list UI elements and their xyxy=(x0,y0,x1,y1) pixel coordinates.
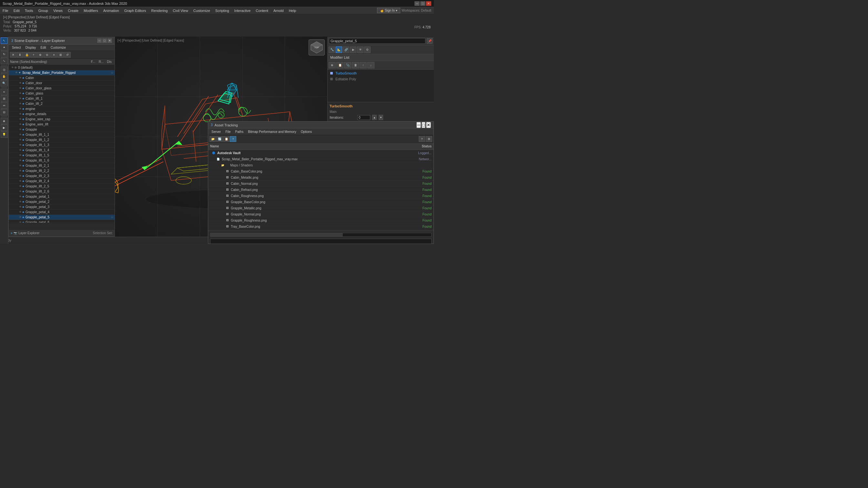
se-item-22[interactable]: 👁◈Grapple_lift_2_4 xyxy=(9,179,115,184)
se-item-15[interactable]: 👁◈Grapple_lift_1_3 xyxy=(9,142,115,148)
se-tool-collapse[interactable]: ⊖ xyxy=(44,52,50,58)
rp-icon-modify[interactable]: 📐 xyxy=(336,46,342,53)
se-item-7[interactable]: 👁◈Cabin_lift_2 xyxy=(9,101,115,106)
menu-modifiers[interactable]: Modifiers xyxy=(81,7,101,14)
sign-in-button[interactable]: 🧑 Sign In ▾ xyxy=(377,8,400,13)
rp-pin-btn[interactable]: 📌 xyxy=(427,38,433,44)
at-tool-refresh[interactable]: 🔃 xyxy=(216,136,223,142)
mirror-btn[interactable]: ⇔ xyxy=(1,102,8,109)
snap-btn[interactable]: ⊞ xyxy=(1,95,8,102)
at-tool-folder[interactable]: 📁 xyxy=(210,136,216,142)
at-row-11[interactable]: 🖼Grapple_Roughness.pngFound xyxy=(208,217,434,224)
se-item-6[interactable]: 👁◈Cabin_lift_1 xyxy=(9,96,115,101)
move-tool-btn[interactable]: ✦ xyxy=(1,44,8,51)
menu-rendering[interactable]: Rendering xyxy=(149,7,170,14)
ts-iterations-input[interactable]: 0 xyxy=(357,115,370,120)
se-menu-edit[interactable]: Edit xyxy=(39,45,48,50)
se-maximize-btn[interactable]: □ xyxy=(102,38,107,43)
se-item-5[interactable]: 👁◈Cabin_glass xyxy=(9,91,115,96)
se-item-3[interactable]: 👁◈Cabin_door xyxy=(9,80,115,86)
at-row-13[interactable]: 🖼Tray_Metallic.pngFound xyxy=(208,230,434,230)
menu-create[interactable]: Create xyxy=(65,7,81,14)
navigation-cube[interactable]: TOP xyxy=(309,39,325,56)
se-item-16[interactable]: 👁◈Grapple_lift_1_4 xyxy=(9,148,115,153)
se-item-2[interactable]: 👁◈Cabin xyxy=(9,75,115,80)
align-btn[interactable]: ⊟ xyxy=(1,109,8,116)
menu-arnold[interactable]: Arnold xyxy=(271,7,286,14)
ts-iterations-down[interactable]: ▼ xyxy=(379,115,383,120)
at-menu-options[interactable]: Options xyxy=(299,129,314,134)
mod-delete-btn[interactable]: 🗑 xyxy=(352,62,359,68)
orbit-btn[interactable]: ◎ xyxy=(1,66,8,73)
menu-views[interactable]: Views xyxy=(51,7,65,14)
at-minimize-btn[interactable]: ─ xyxy=(416,122,421,128)
se-item-24[interactable]: 👁◈Grapple_lift_2_6 xyxy=(9,189,115,194)
menu-file[interactable]: File xyxy=(0,7,11,14)
at-row-6[interactable]: 🖼Cabin_Refract.pngFound xyxy=(208,187,434,193)
se-item-29[interactable]: 👁◈Grapple_petal_5⊟ xyxy=(9,215,115,220)
at-input-bar[interactable] xyxy=(210,239,432,244)
scale-tool-btn[interactable]: ⤡ xyxy=(1,58,8,64)
select-tool-btn[interactable]: ↖ xyxy=(1,37,8,44)
se-tool-add[interactable]: + xyxy=(30,52,37,58)
se-close-btn[interactable]: ✕ xyxy=(107,38,112,43)
at-row-4[interactable]: 🖼Cabin_Metallic.pngFound xyxy=(208,174,434,181)
at-menu-paths[interactable]: Paths xyxy=(234,129,246,134)
at-menu-bitmap[interactable]: Bitmap Performance and Memory xyxy=(246,129,298,134)
se-tool-close[interactable]: ✕ xyxy=(10,52,17,58)
at-row-0[interactable]: 🔵Autodesk VaultLogged... xyxy=(208,150,434,156)
se-item-12[interactable]: 👁◈Grapple xyxy=(9,127,115,132)
layer-btn[interactable]: ≡ xyxy=(1,89,8,95)
at-tool-help[interactable]: ? xyxy=(418,136,425,142)
se-tool-refresh[interactable]: ↺ xyxy=(64,52,71,58)
at-row-12[interactable]: 🖼Tray_BaseColor.pngFound xyxy=(208,224,434,230)
zoom-btn[interactable]: 🔍 xyxy=(1,80,8,87)
se-item-26[interactable]: 👁◈Grapple_petal_2 xyxy=(9,199,115,204)
se-tool-grid[interactable]: ⊞ xyxy=(58,52,64,58)
menu-interactive[interactable]: Interactive xyxy=(232,7,253,14)
render-btn[interactable]: ▶ xyxy=(1,125,8,131)
at-row-7[interactable]: 🖼Cabin_Roughness.pngFound xyxy=(208,193,434,199)
se-item-4[interactable]: 👁◈Cabin_door_glass xyxy=(9,86,115,91)
maximize-button[interactable]: □ xyxy=(420,1,426,6)
at-row-1[interactable]: 📄Scrap_Metal_Baler_Portable_Rigged_max_v… xyxy=(208,156,434,162)
menu-civil-view[interactable]: Civil View xyxy=(170,7,190,14)
se-menu-select[interactable]: Select xyxy=(10,45,23,50)
close-button[interactable]: ✕ xyxy=(426,1,431,6)
se-item-30[interactable]: 👁◈Grapple_petal_6 xyxy=(9,220,115,223)
se-item-17[interactable]: 👁◈Grapple_lift_1_5 xyxy=(9,153,115,158)
at-row-2[interactable]: 📁Maps / Shaders xyxy=(208,162,434,168)
se-item-25[interactable]: 👁◈Grapple_petal_1 xyxy=(9,194,115,199)
menu-edit[interactable]: Edit xyxy=(11,7,22,14)
menu-animation[interactable]: Animation xyxy=(101,7,122,14)
menu-customize[interactable]: Customize xyxy=(191,7,213,14)
at-row-8[interactable]: 🖼Grapple_BaseColor.pngFound xyxy=(208,199,434,205)
mod-paste-btn[interactable]: 📎 xyxy=(344,62,351,68)
se-item-8[interactable]: 👁◈engine xyxy=(9,106,115,111)
se-item-19[interactable]: 👁◈Grapple_lift_2_1 xyxy=(9,163,115,168)
se-item-10[interactable]: 👁◈Engine_wire_cap xyxy=(9,117,115,122)
se-item-21[interactable]: 👁◈Grapple_lift_2_3 xyxy=(9,173,115,179)
rotate-tool-btn[interactable]: ↻ xyxy=(1,51,8,57)
material-btn[interactable]: ◈ xyxy=(1,118,8,124)
mod-copy-btn[interactable]: 📋 xyxy=(336,62,343,68)
pan-btn[interactable]: ✋ xyxy=(1,73,8,80)
menu-tools[interactable]: Tools xyxy=(22,7,36,14)
rp-icon-motion[interactable]: ▶ xyxy=(350,46,356,53)
se-item-20[interactable]: 👁◈Grapple_lift_2_2 xyxy=(9,168,115,173)
menu-scripting[interactable]: Scripting xyxy=(213,7,232,14)
rp-icon-modifier[interactable]: 🔧 xyxy=(329,46,335,53)
se-item-28[interactable]: 👁◈Grapple_petal_4 xyxy=(9,210,115,215)
at-row-9[interactable]: 🖼Grapple_Metallic.pngFound xyxy=(208,205,434,211)
se-item-18[interactable]: 👁◈Grapple_lift_1_6 xyxy=(9,158,115,163)
se-item-9[interactable]: 👁◈engine_details xyxy=(9,111,115,117)
se-item-0[interactable]: 👁⊞0 (default) xyxy=(9,65,115,70)
menu-content[interactable]: Content xyxy=(253,7,271,14)
at-tool-settings[interactable]: ⚙ xyxy=(426,136,432,142)
se-menu-customize[interactable]: Customize xyxy=(49,45,68,50)
se-item-11[interactable]: 👁◈Engine_wire_lift xyxy=(9,122,115,127)
rp-icon-utility[interactable]: ⚙ xyxy=(364,46,371,53)
mod-up-btn[interactable]: ↑ xyxy=(360,62,367,68)
se-menu-display[interactable]: Display xyxy=(24,45,38,50)
se-item-23[interactable]: 👁◈Grapple_lift_2_5 xyxy=(9,184,115,189)
